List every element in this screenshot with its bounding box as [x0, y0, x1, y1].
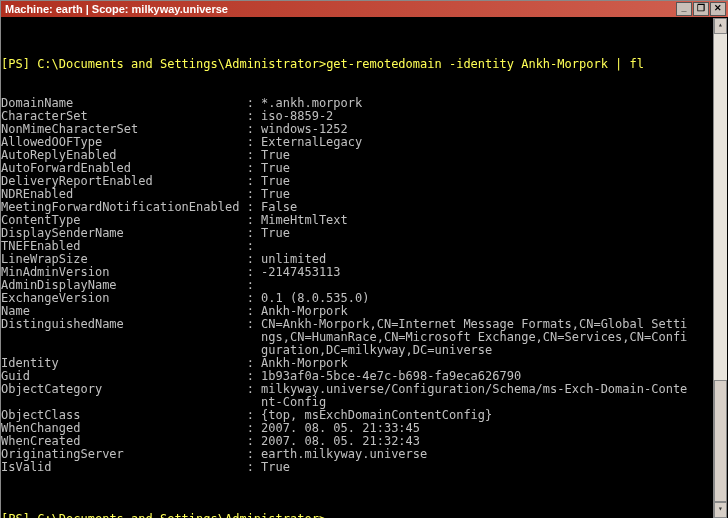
minimize-button[interactable]: _: [676, 2, 692, 16]
console-line: IsValid : True: [1, 461, 724, 474]
maximize-button[interactable]: ❐: [693, 2, 709, 16]
prompt-tag: [PS]: [1, 512, 30, 518]
console-line: [1, 487, 724, 500]
scroll-track[interactable]: [714, 34, 727, 502]
console-line: [PS] C:\Documents and Settings\Administr…: [1, 58, 724, 71]
command-text: get-remotedomain -identity Ankh-Morpork …: [326, 57, 644, 71]
console-line: [1, 474, 724, 487]
titlebar: Machine: earth | Scope: milkyway.univers…: [1, 1, 728, 17]
close-button[interactable]: ✕: [710, 2, 726, 16]
terminal-window: Machine: earth | Scope: milkyway.univers…: [0, 0, 728, 518]
window-title: Machine: earth | Scope: milkyway.univers…: [5, 3, 228, 15]
console-line: [1, 71, 724, 84]
scroll-thumb[interactable]: [714, 380, 727, 502]
scroll-up-button[interactable]: ▴: [714, 18, 727, 34]
vertical-scrollbar[interactable]: ▴ ▾: [713, 18, 727, 518]
window-controls: _ ❐ ✕: [676, 2, 726, 16]
prompt-path: C:\Documents and Settings\Administrator>: [30, 57, 326, 71]
scroll-down-button[interactable]: ▾: [714, 502, 727, 518]
console-prompt[interactable]: [PS] C:\Documents and Settings\Administr…: [1, 513, 724, 518]
console-area[interactable]: ▴ ▾ [PS] C:\Documents and Settings\Admin…: [1, 17, 728, 518]
prompt-path: C:\Documents and Settings\Administrator>: [30, 512, 326, 518]
prompt-tag: [PS]: [1, 57, 30, 71]
